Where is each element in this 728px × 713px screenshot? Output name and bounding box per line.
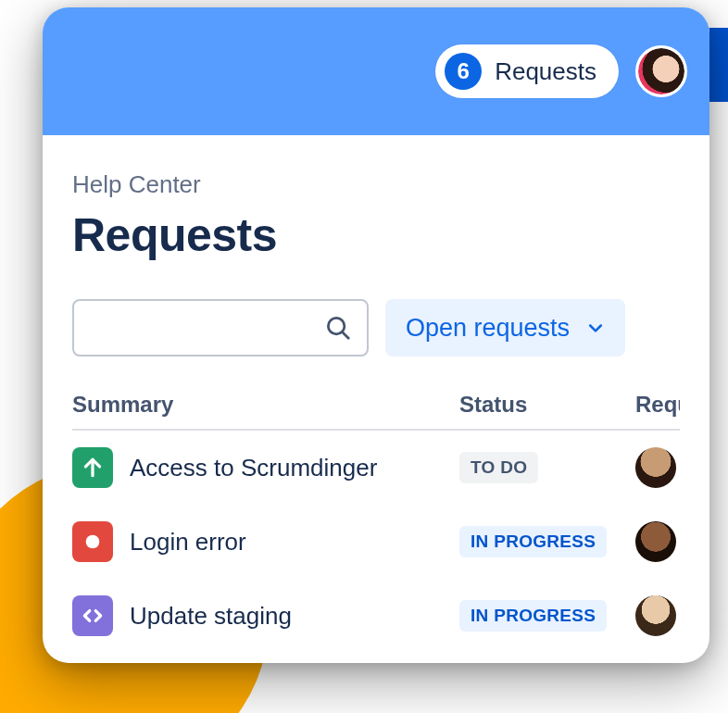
search-icon [324, 314, 352, 342]
arrow-up-icon [72, 447, 113, 488]
avatar-image [638, 48, 684, 94]
column-header-summary: Summary [72, 392, 459, 418]
requests-count-badge: 6 [445, 53, 482, 90]
chevron-down-icon [586, 319, 605, 337]
app-header: 6 Requests [43, 7, 709, 135]
request-summary: Login error [130, 528, 246, 557]
requester-avatar[interactable] [635, 595, 676, 636]
status-filter-label: Open requests [406, 314, 570, 343]
table-header-row: Summary Status Requester [72, 392, 680, 431]
search-input[interactable] [69, 316, 324, 340]
status-badge: IN PROGRESS [459, 600, 607, 632]
breadcrumb[interactable]: Help Center [72, 170, 680, 199]
request-summary: Update staging [130, 602, 292, 631]
table-row[interactable]: Access to ScrumdingerTO DO [72, 431, 680, 505]
svg-line-1 [343, 332, 348, 338]
table-row[interactable]: Login errorIN PROGRESS [72, 505, 680, 579]
page-title: Requests [72, 208, 680, 262]
column-header-requester: Requester [635, 392, 680, 418]
table-row[interactable]: Update stagingIN PROGRESS [72, 579, 680, 653]
search-input-wrapper[interactable] [72, 299, 369, 356]
status-badge: IN PROGRESS [459, 526, 607, 557]
app-window: 6 Requests Help Center Requests [43, 7, 709, 663]
code-brackets-icon [72, 595, 113, 636]
request-summary: Access to Scrumdinger [130, 454, 377, 482]
requester-avatar[interactable] [635, 521, 676, 562]
column-header-status: Status [459, 392, 635, 418]
svg-point-3 [86, 535, 100, 549]
requester-avatar[interactable] [635, 447, 676, 488]
status-badge: TO DO [459, 452, 538, 483]
requests-pill-label: Requests [495, 57, 596, 86]
record-dot-icon [72, 521, 113, 562]
requests-pill-button[interactable]: 6 Requests [435, 44, 619, 98]
status-filter-dropdown[interactable]: Open requests [385, 299, 625, 356]
user-avatar[interactable] [635, 45, 687, 97]
